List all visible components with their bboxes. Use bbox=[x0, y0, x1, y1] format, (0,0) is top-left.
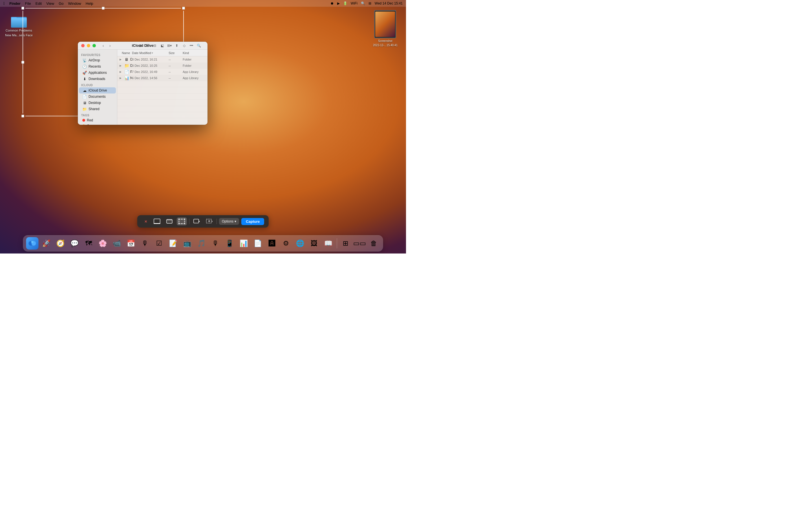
svg-rect-7 bbox=[167, 219, 172, 221]
file-row-pages[interactable]: ▶ 📄 Pages 7 Dec 2022, 16:49 -- App Libra… bbox=[117, 69, 207, 75]
tag-orange-dot bbox=[82, 124, 85, 125]
expand-pages[interactable]: ▶ bbox=[119, 70, 124, 73]
sidebar-item-icloud-drive[interactable]: ☁ iCloud Drive bbox=[79, 87, 116, 94]
selection-capture-button[interactable] bbox=[177, 217, 187, 225]
menubar-control-icon[interactable]: ⊞ bbox=[368, 1, 371, 5]
dock-item-chrome[interactable]: 🌐 bbox=[294, 237, 306, 249]
share-btn[interactable]: ⬆ bbox=[174, 43, 180, 49]
sidebar-item-desktop[interactable]: 🖥 Desktop bbox=[79, 100, 116, 106]
dock-item-app-store[interactable]: 🅰 bbox=[266, 237, 278, 249]
more-btn[interactable]: ••• bbox=[188, 43, 195, 49]
minimize-button[interactable] bbox=[87, 44, 90, 47]
capture-button[interactable]: Capture bbox=[241, 218, 264, 225]
expand-desktop[interactable]: ▶ bbox=[119, 58, 124, 61]
menubar-battery-icon: 🔋 bbox=[343, 1, 347, 5]
dock-item-voice-memos[interactable]: 🎙 bbox=[139, 237, 151, 249]
file-row-documents[interactable]: ▶ 📁 Documents 8 Dec 2022, 10:25 -- Folde… bbox=[117, 62, 207, 69]
dock-item-calendar[interactable]: 📅 bbox=[125, 237, 137, 249]
dock-item-notes[interactable]: 📝 bbox=[167, 237, 180, 249]
menubar-window[interactable]: Window bbox=[68, 1, 81, 6]
screenshot-preview bbox=[374, 10, 396, 38]
dock-item-safari[interactable]: 🧭 bbox=[54, 237, 67, 249]
sidebar-item-documents[interactable]: 📄 Documents bbox=[79, 94, 116, 100]
dock-item-dictionary[interactable]: 📖 bbox=[322, 237, 335, 249]
dock-item-pages[interactable]: 📄 bbox=[252, 237, 264, 249]
menubar-edit[interactable]: Edit bbox=[36, 1, 42, 6]
sidebar-item-downloads[interactable]: ⬇ Downloads bbox=[79, 76, 116, 82]
file-row-desktop[interactable]: ▶ 🖥 Desktop 8 Dec 2022, 16:21 -- Folder bbox=[117, 56, 207, 62]
search-btn[interactable]: 🔍 bbox=[196, 43, 202, 49]
dock-item-reminders[interactable]: ☑ bbox=[153, 237, 165, 249]
col-header-date[interactable]: Date Modified ▾ bbox=[132, 51, 168, 55]
sidebar-item-applications[interactable]: 🚀 Applications bbox=[79, 69, 116, 76]
sidebar-item-airdrop[interactable]: 📡 AirDrop bbox=[79, 57, 116, 63]
dock-item-appletv[interactable]: 📺 bbox=[181, 237, 194, 249]
menubar-view[interactable]: View bbox=[46, 1, 54, 6]
sidebar-item-tag-orange[interactable]: Orange bbox=[79, 123, 116, 125]
menubar:  Finder File Edit View Go Window Help ⏺… bbox=[0, 0, 406, 7]
desktop-folder-icon[interactable]: Common Problems New Ma...sers Face bbox=[5, 14, 33, 37]
dock-item-photos[interactable]: 🌸 bbox=[97, 237, 109, 249]
group-btn[interactable]: ⊞▾ bbox=[166, 43, 172, 49]
finder-titlebar: ‹ › iCloud Drive ⊞ ☰ ⊟ ⬕ ⊞▾ ⬆ ◇ ••• 🔍 bbox=[78, 42, 207, 50]
dock-item-podcasts[interactable]: 🎙 bbox=[209, 237, 222, 249]
dock-item-messages[interactable]: 💬 bbox=[68, 237, 81, 249]
selection-record-button[interactable] bbox=[204, 217, 214, 225]
dock-item-launchpad-alt[interactable]: ⊞ bbox=[340, 237, 352, 249]
documents-file-date: 8 Dec 2022, 10:25 bbox=[132, 64, 168, 67]
fullscreen-capture-button[interactable] bbox=[152, 217, 162, 225]
apple-menu[interactable]:  bbox=[3, 1, 5, 6]
dock-item-trash[interactable]: 🗑 bbox=[368, 237, 380, 249]
menubar-right: ⏺ ▶ 🔋 WiFi 🔍 ⊞ Wed 14 Dec 15:41 bbox=[331, 1, 403, 5]
desktop-folder-label-1: Common Problems bbox=[6, 29, 32, 33]
window-capture-button[interactable] bbox=[164, 217, 174, 225]
expand-documents[interactable]: ▶ bbox=[119, 64, 124, 67]
tag-label-red: Red bbox=[87, 118, 93, 122]
pages-file-kind: App Library bbox=[183, 70, 205, 73]
menubar-search-icon[interactable]: 🔍 bbox=[361, 1, 365, 5]
dock-item-finder[interactable] bbox=[26, 237, 39, 249]
col-header-kind[interactable]: Kind bbox=[183, 51, 205, 55]
svg-point-15 bbox=[179, 221, 179, 222]
sidebar-item-shared[interactable]: 📁 Shared bbox=[79, 106, 116, 112]
close-capture-button[interactable]: ✕ bbox=[142, 217, 150, 225]
dock-item-spaces[interactable]: ▭▭ bbox=[354, 237, 366, 249]
screen-record-button[interactable] bbox=[192, 217, 202, 225]
dock-item-preview[interactable]: 🖼 bbox=[308, 237, 320, 249]
numbers-file-kind: App Library bbox=[183, 76, 205, 80]
tag-btn[interactable]: ◇ bbox=[181, 43, 187, 49]
screenshot-thumbnail[interactable]: Screenshot 2022-12-...15.40.41 bbox=[373, 10, 398, 47]
file-row-numbers[interactable]: ▶ 📊 Numbers 6 Dec 2022, 14:56 -- App Lib… bbox=[117, 75, 207, 81]
dock-item-music[interactable]: 🎵 bbox=[195, 237, 208, 249]
desktop-file-date: 8 Dec 2022, 16:21 bbox=[132, 58, 168, 61]
menubar-app-name[interactable]: Finder bbox=[9, 1, 20, 6]
menubar-play-icon: ▶ bbox=[337, 1, 340, 5]
maximize-button[interactable] bbox=[93, 44, 96, 47]
sidebar-label-desktop: Desktop bbox=[89, 101, 101, 105]
dock-item-maps[interactable]: 🗺 bbox=[83, 237, 95, 249]
expand-numbers[interactable]: ▶ bbox=[119, 76, 124, 79]
close-button[interactable] bbox=[81, 44, 85, 47]
back-button[interactable]: ‹ bbox=[100, 43, 106, 48]
forward-button[interactable]: › bbox=[107, 43, 113, 48]
desktop-icon: 🖥 bbox=[82, 101, 87, 105]
pages-file-date: 7 Dec 2022, 16:49 bbox=[132, 70, 168, 73]
dock-item-wordless[interactable]: 📱 bbox=[223, 237, 236, 249]
options-arrow: ▾ bbox=[235, 219, 236, 223]
dock-item-launchpad[interactable]: 🚀 bbox=[40, 237, 53, 249]
gallery-view-btn[interactable]: ⬕ bbox=[159, 43, 165, 49]
menubar-help[interactable]: Help bbox=[86, 1, 93, 6]
col-header-size[interactable]: Size bbox=[168, 51, 183, 55]
menubar-file[interactable]: File bbox=[25, 1, 31, 6]
dock-item-numbers[interactable]: 📊 bbox=[238, 237, 250, 249]
dock-item-facetime[interactable]: 📹 bbox=[111, 237, 123, 249]
col-header-name[interactable]: Name bbox=[119, 51, 132, 55]
finder-body: Favourites 📡 AirDrop 🕐 Recents 🚀 Applica… bbox=[78, 50, 207, 125]
options-button[interactable]: Options ▾ bbox=[219, 218, 239, 225]
sidebar-item-recents[interactable]: 🕐 Recents bbox=[79, 63, 116, 69]
menubar-go[interactable]: Go bbox=[59, 1, 63, 6]
desktop:  Finder File Edit View Go Window Help ⏺… bbox=[0, 0, 406, 253]
dock-item-system-prefs[interactable]: ⚙ bbox=[280, 237, 292, 249]
empty-row-5 bbox=[117, 106, 207, 112]
sidebar-item-tag-red[interactable]: Red bbox=[79, 117, 116, 123]
